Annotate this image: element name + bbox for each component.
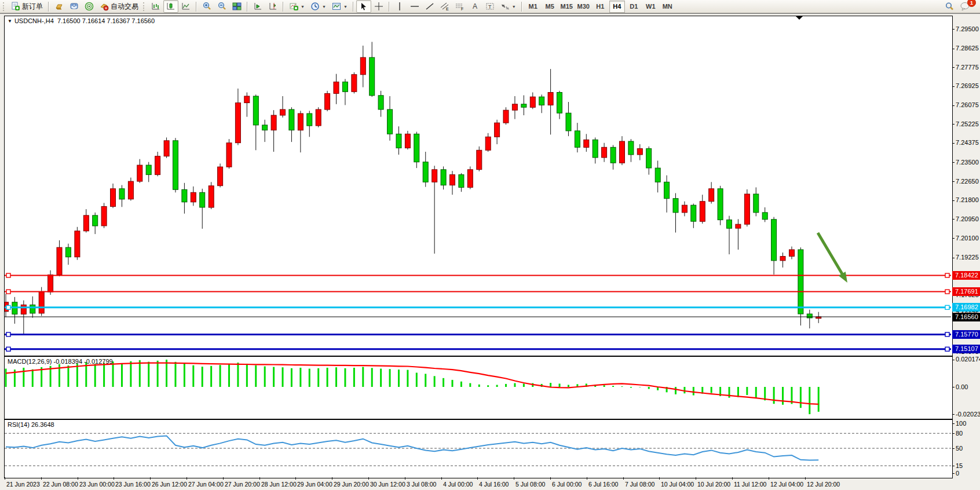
svg-text:T: T [488, 4, 492, 10]
price-axis[interactable]: 7.295007.286257.277757.269257.260757.252… [952, 14, 980, 477]
text-tool-button[interactable]: A [467, 0, 482, 13]
toolbar-separator [353, 2, 354, 12]
time-tick-label: 6 Jul 00:00 [552, 481, 582, 488]
timeframe-h4-button[interactable]: H4 [609, 1, 625, 13]
zoom-out-button[interactable] [214, 0, 229, 13]
equidistant-channel-tool-button[interactable]: E [437, 0, 452, 13]
candlestick-chart-button[interactable] [163, 0, 178, 13]
time-tick-label: 29 Jun 04:00 [297, 481, 332, 488]
axis-tick [952, 105, 955, 106]
toolbar-separator [247, 2, 248, 12]
chevron-down-icon: ▼ [301, 5, 305, 9]
equidistant-channel-icon: E [440, 2, 449, 11]
chart-shift-button[interactable] [265, 0, 280, 13]
timeframe-m5-button[interactable]: M5 [542, 1, 558, 13]
toolbar-separator [521, 2, 522, 12]
periods-button[interactable]: ▼ [308, 0, 329, 13]
timeframe-m15-button[interactable]: M15 [559, 1, 575, 13]
axis-tick [952, 448, 955, 449]
time-tick-label: 29 Jun 20:00 [334, 481, 369, 488]
fibonacci-tool-button[interactable]: F [452, 0, 467, 13]
toolbar-separator [389, 2, 390, 12]
timeframe-m1-button[interactable]: M1 [525, 1, 541, 13]
timeframe-mn-button[interactable]: MN [660, 1, 675, 13]
time-tick-label: 6 Jul 16:00 [588, 481, 618, 488]
new-order-icon [11, 2, 20, 11]
chevron-down-icon: ▼ [512, 5, 516, 9]
new-order-button[interactable]: 新订单 [8, 0, 46, 13]
chevron-down-icon[interactable]: ▼ [8, 19, 12, 24]
chat-button[interactable]: 1 [957, 0, 972, 13]
time-tick-label: 23 Jun 16:00 [115, 481, 151, 488]
gold-symbols-icon [54, 2, 64, 11]
zoom-out-icon [217, 2, 226, 11]
trendline-tool-button[interactable] [422, 0, 437, 13]
timeframe-h1-button[interactable]: H1 [593, 1, 608, 13]
macd-pane[interactable]: MACD(12,26,9) -0.018394 -0.012799 [4, 356, 953, 419]
toolbar-grip[interactable] [143, 2, 147, 11]
data-window-button[interactable] [67, 0, 82, 13]
time-tick [259, 477, 260, 480]
autotrading-button[interactable]: 自动交易 [97, 0, 141, 13]
crosshair-icon [374, 2, 383, 11]
chart-region: ▼USDCNH-,H4 7.16500 7.16614 7.16367 7.16… [0, 13, 980, 490]
rsi-chart[interactable] [5, 420, 951, 477]
timeframe-m30-button[interactable]: M30 [576, 1, 591, 13]
axis-tick [952, 200, 955, 201]
line-chart-button[interactable] [178, 0, 193, 13]
macd-chart[interactable] [5, 357, 951, 418]
timeframe-w1-button[interactable]: W1 [643, 1, 659, 13]
toolbar-separator [283, 2, 284, 12]
trendline-icon [425, 2, 434, 11]
crosshair-tool-button[interactable] [371, 0, 386, 13]
time-tick [587, 477, 587, 480]
zoom-in-button[interactable] [199, 0, 214, 13]
templates-button[interactable]: ▼ [329, 0, 350, 13]
signal-icon [85, 2, 94, 11]
time-tick-label: 28 Jun 12:00 [261, 481, 297, 488]
time-tick [187, 477, 187, 480]
chevron-down-icon: ▼ [343, 5, 348, 9]
search-button[interactable] [942, 0, 957, 13]
time-axis[interactable]: 21 Jun 202322 Jun 08:0023 Jun 00:0023 Ju… [0, 477, 980, 490]
signal-button[interactable] [82, 0, 97, 13]
time-tick-label: 11 Jul 12:00 [734, 481, 766, 488]
chart-title: ▼USDCNH-,H4 7.16500 7.16614 7.16367 7.16… [8, 17, 155, 24]
macd-tick-label: -0.020231 [956, 411, 980, 418]
cursor-tool-button[interactable] [356, 0, 371, 13]
time-tick [368, 477, 369, 480]
time-tick [150, 477, 151, 480]
bar-chart-button[interactable] [148, 0, 163, 13]
arrows-tool-button[interactable]: ▼ [498, 0, 519, 13]
text-label-tool-button[interactable]: T [482, 0, 498, 13]
price-level-badge: 7.18422 [952, 271, 980, 280]
svg-text:E: E [446, 7, 449, 11]
mt4-terminal: { "toolbar": { "new_order_label": "新订单",… [0, 0, 980, 490]
symbols-button[interactable] [52, 0, 67, 13]
tile-windows-button[interactable] [229, 0, 244, 13]
rsi-pane[interactable]: RSI(14) 26.3648 [4, 419, 953, 478]
price-level-badge: 7.16982 [952, 303, 980, 312]
auto-scroll-icon [253, 2, 262, 11]
price-pane[interactable]: ▼USDCNH-,H4 7.16500 7.16614 7.16367 7.16… [4, 16, 953, 356]
auto-scroll-button[interactable] [250, 0, 265, 13]
candlestick-chart[interactable] [5, 16, 951, 354]
text-label-icon: T [485, 2, 495, 11]
horizontal-line-tool-button[interactable] [407, 0, 422, 13]
time-tick [696, 477, 696, 480]
axis-tick [952, 49, 955, 49]
cursor-icon [359, 2, 368, 11]
data-window-icon [70, 2, 79, 11]
time-tick [41, 477, 42, 480]
vertical-line-tool-button[interactable] [392, 0, 407, 13]
time-tick [332, 477, 332, 480]
time-tick [223, 477, 224, 480]
macd-label: MACD(12,26,9) -0.018394 -0.012799 [8, 358, 113, 365]
axis-tick [952, 238, 955, 239]
indicators-button[interactable]: ▼ [286, 0, 308, 13]
axis-tick [952, 473, 955, 474]
timeframe-d1-button[interactable]: D1 [626, 1, 642, 13]
toolbar-grip[interactable] [3, 2, 6, 11]
rsi-label: RSI(14) 26.3648 [8, 421, 54, 428]
price-tick-label: 7.29500 [956, 25, 979, 32]
